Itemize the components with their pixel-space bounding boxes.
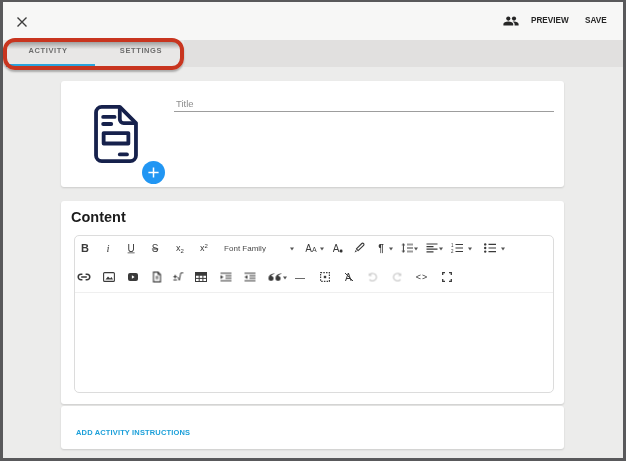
svg-text:1: 1 xyxy=(451,243,454,248)
svg-text:2: 2 xyxy=(451,249,454,253)
